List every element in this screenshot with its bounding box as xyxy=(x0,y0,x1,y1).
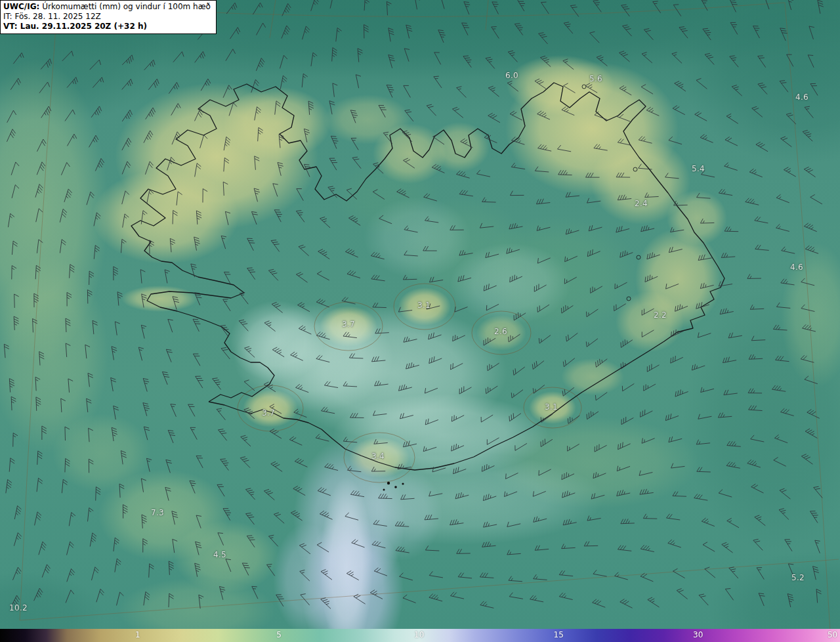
colorbar-tick-30: 30 xyxy=(693,630,703,639)
colorbar-tick-5: 5 xyxy=(276,630,282,639)
product-title: Úrkomumætti (mm) og vindur í 100m hæð xyxy=(42,2,211,11)
title-box: UWC/IG:Úrkomumætti (mm) og vindur í 100m… xyxy=(0,0,217,34)
product-label: UWC/IG: xyxy=(3,2,39,11)
product-title-line: UWC/IG:Úrkomumætti (mm) og vindur í 100m… xyxy=(3,2,211,12)
colorbar-tick-1: 1 xyxy=(135,630,140,639)
precipitation-wind-field-canvas xyxy=(0,0,840,629)
colorbar-tick-10: 10 xyxy=(414,630,424,639)
init-time-line: IT: Fös. 28. 11. 2025 12Z xyxy=(3,12,211,22)
weather-map-page: 6.05.64.65.42.44.63.13.72.62.23.73.13.47… xyxy=(0,0,840,642)
colorbar-tick-50: 50 xyxy=(828,630,837,639)
valid-time-line: VT: Lau. 29.11.2025 20Z (+32 h) xyxy=(3,22,211,32)
precipitation-colorbar: 1510153050 xyxy=(0,629,840,642)
colorbar-tick-15: 15 xyxy=(554,630,564,639)
